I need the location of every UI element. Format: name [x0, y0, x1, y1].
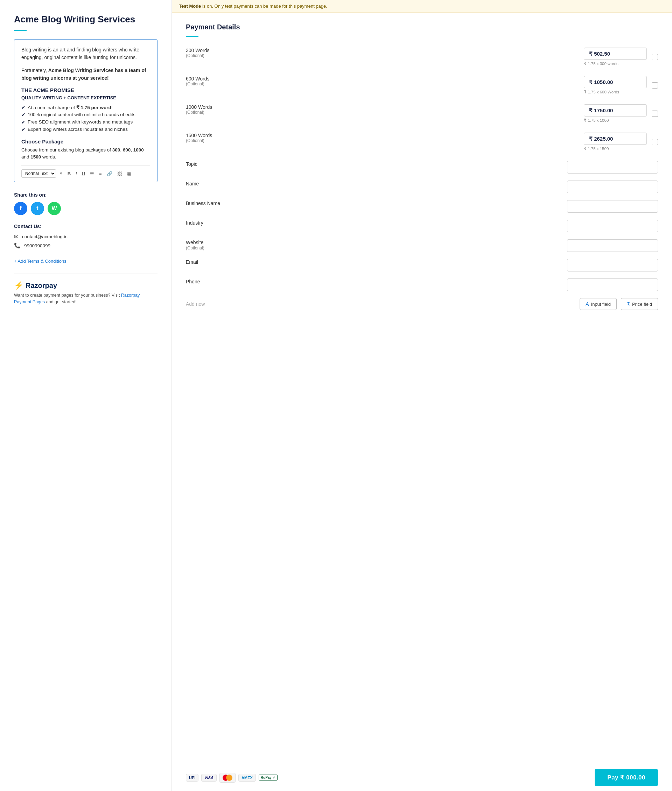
toolbar-ol-btn[interactable]: ≡: [98, 170, 103, 177]
package-price-box: ₹ 1.75 x 1000: [584, 104, 658, 123]
text-style-select[interactable]: Normal Text: [21, 169, 56, 178]
price-note: ₹ 1.75 x 300 words: [584, 61, 647, 66]
field-input-col: [235, 200, 658, 213]
field-optional: (Optional): [186, 246, 235, 251]
social-icons: f t W: [14, 202, 157, 215]
industry-input[interactable]: [567, 220, 658, 232]
contact-phone: 9900990099: [24, 243, 50, 248]
field-row-email: Email: [186, 259, 658, 272]
checklist-item: ✔At a nominal charge of ₹ 1.75 per word!: [21, 105, 150, 110]
price-note: ₹ 1.75 x 1500: [584, 146, 647, 151]
field-label: Name: [186, 178, 199, 187]
rupay-badge: RuPay ✓: [259, 775, 278, 780]
package-price-input[interactable]: [584, 104, 647, 117]
facebook-icon[interactable]: f: [14, 202, 27, 215]
name-input[interactable]: [567, 181, 658, 193]
checklist-item-text: Free SEO alignment with keywords and met…: [28, 119, 133, 125]
contact-email: contact@acmeblog.in: [22, 234, 67, 239]
package-row-1500: 1500 Words (Optional) ₹ 1.75 x 1500: [186, 133, 658, 151]
payment-content: Payment Details 300 Words (Optional) ₹ 1…: [172, 13, 672, 764]
checklist-item: ✔100% original content with unlimited ro…: [21, 112, 150, 118]
field-row-website: Website (Optional): [186, 239, 658, 252]
field-label-col: Email: [186, 259, 235, 265]
upi-badge: UPI: [186, 774, 198, 781]
payment-methods: UPI VISA AMEX RuPay ✓: [186, 773, 278, 783]
field-label: Phone: [186, 276, 200, 284]
whatsapp-icon[interactable]: W: [48, 202, 61, 215]
package-price-input[interactable]: [584, 76, 647, 88]
twitter-icon[interactable]: t: [31, 202, 44, 215]
right-panel: Test Mode is on. Only test payments can …: [171, 0, 672, 791]
add-price-field-button[interactable]: ₹ Price field: [621, 298, 658, 310]
toolbar-bold-btn[interactable]: B: [66, 170, 72, 177]
desc2-prefix: Fortunately,: [21, 67, 48, 73]
package-optional: (Optional): [186, 53, 235, 58]
description-box: Blog writing is an art and finding blog …: [14, 39, 157, 182]
field-label-col: Business Name: [186, 200, 235, 206]
field-input-col: [235, 239, 658, 252]
toolbar-italic-btn[interactable]: I: [74, 170, 78, 177]
package-price-box: ₹ 1.75 x 300 words: [584, 48, 658, 66]
toolbar-image-btn[interactable]: 🖼: [116, 170, 123, 177]
rzp-desc-end: and get started!: [46, 299, 77, 304]
toolbar-table-btn[interactable]: ▦: [125, 170, 132, 177]
package-label: 1000 Words: [186, 104, 235, 110]
razorpay-lightning-icon: ⚡: [14, 281, 24, 290]
package-row-600: 600 Words (Optional) ₹ 1.75 x 600 Words: [186, 76, 658, 94]
toolbar-font-btn[interactable]: A: [58, 170, 64, 177]
website-input[interactable]: [567, 239, 658, 252]
field-input-col: [235, 278, 658, 291]
package-optional: (Optional): [186, 110, 235, 115]
promise-title: THE ACME PROMISE: [21, 87, 150, 93]
razorpay-desc: Want to create payment pages for your bu…: [14, 292, 157, 305]
field-label-col: Name: [186, 181, 235, 187]
price-field-label: Price field: [632, 302, 652, 307]
package-label: 300 Words: [186, 48, 235, 53]
topic-input[interactable]: [567, 161, 658, 174]
toolbar-link-btn[interactable]: 🔗: [106, 170, 114, 177]
rzp-desc-text: Want to create payment pages for your bu…: [14, 293, 120, 298]
checklist-item-text: 100% original content with unlimited rou…: [28, 112, 136, 117]
package-checkbox-1500[interactable]: [652, 139, 658, 145]
amex-badge: AMEX: [238, 774, 256, 781]
payment-title: Payment Details: [186, 23, 658, 31]
editor-toolbar: Normal Text A B I U ☰ ≡ 🔗 🖼 ▦: [21, 166, 150, 178]
phone-input[interactable]: [567, 278, 658, 291]
package-price-input[interactable]: [584, 48, 647, 60]
add-input-field-button[interactable]: A Input field: [579, 298, 617, 310]
price-field-icon: ₹: [627, 301, 630, 307]
add-new-row: Add new A Input field ₹ Price field: [186, 298, 658, 310]
package-checkbox-600[interactable]: [652, 82, 658, 88]
package-row-1000: 1000 Words (Optional) ₹ 1.75 x 1000: [186, 104, 658, 123]
test-mode-text: is on. Only test payments can be made fo…: [201, 3, 327, 9]
share-section: Share this on: f t W: [14, 192, 157, 215]
field-input-col: [235, 161, 658, 174]
field-label-col: Website (Optional): [186, 239, 235, 251]
price-note: ₹ 1.75 x 1000: [584, 118, 647, 123]
title-underline: [14, 30, 27, 31]
contact-section: Contact Us: ✉ contact@acmeblog.in 📞 9900…: [14, 224, 157, 249]
checklist-item: ✔Free SEO alignment with keywords and me…: [21, 119, 150, 125]
checklist-item: ✔Expert blog writers across industries a…: [21, 127, 150, 132]
share-label: Share this on:: [14, 192, 157, 198]
package-price-box: ₹ 1.75 x 1500: [584, 133, 658, 151]
left-panel: Acme Blog Writing Services Blog writing …: [0, 0, 171, 791]
pay-button[interactable]: Pay ₹ 000.00: [595, 769, 658, 786]
business-name-input[interactable]: [567, 200, 658, 213]
package-price-input[interactable]: [584, 133, 647, 145]
terms-link[interactable]: + Add Terms & Conditions: [14, 259, 157, 264]
toolbar-ul-btn[interactable]: ☰: [88, 170, 96, 177]
package-checkbox-300[interactable]: [652, 54, 658, 60]
mc-circle-orange: [226, 775, 232, 781]
package-optional: (Optional): [186, 138, 235, 143]
contact-label: Contact Us:: [14, 224, 157, 229]
email-input[interactable]: [567, 259, 658, 272]
contact-email-item: ✉ contact@acmeblog.in: [14, 233, 157, 240]
package-label: 1500 Words: [186, 133, 235, 138]
razorpay-logo: ⚡ Razorpay: [14, 281, 157, 290]
divider: [14, 273, 157, 274]
page-title: Acme Blog Writing Services: [14, 14, 157, 25]
package-price-wrap: ₹ 1.75 x 300 words: [584, 48, 647, 66]
toolbar-underline-btn[interactable]: U: [80, 170, 86, 177]
package-checkbox-1000[interactable]: [652, 110, 658, 117]
